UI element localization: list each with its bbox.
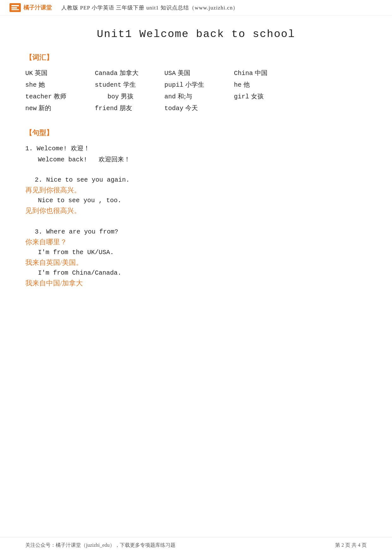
vocab-row-4: new 新的 friend 朋友 today 今天 (25, 104, 367, 112)
sentence-1: 1. Welcome! 欢迎！ Welcome back! 欢迎回来！ (25, 144, 367, 164)
svg-rect-0 (11, 5, 19, 6)
sentence-1-num: 1. Welcome! 欢迎！ (25, 144, 367, 153)
sentence-2: 2. Nice to see you again. 再见到你很高兴。 Nice … (25, 176, 367, 215)
sentence-3: 3. Where are you from? 你来自哪里？ I'm from t… (25, 228, 367, 288)
logo-container: 橘子汁课堂 (9, 3, 58, 12)
vocab-item-usa: USA 美国 (164, 69, 221, 77)
vocab-item-teacher: teacher 教师 (25, 92, 95, 101)
vocab-item-uk: UK 英国 (25, 69, 82, 77)
sentence-2-zh: 再见到你很高兴。 (25, 185, 367, 195)
sentence-3-en: 3. Where are you from? (35, 228, 367, 235)
footer-left: 关注公众号：橘子汁课堂（juzizhi_edu），下载更多专项题库练习题 (25, 542, 175, 549)
vocab-row-3: teacher 教师 boy 男孩 and 和;与 girl 女孩 (25, 92, 367, 101)
svg-rect-2 (11, 9, 19, 10)
vocab-item-today: today 今天 (164, 104, 221, 112)
vocab-section-header: 【词汇】 (25, 53, 367, 62)
sentence-3-sub-en-2: I'm from China/Canada. (38, 269, 367, 277)
sentences-section: 【句型】 1. Welcome! 欢迎！ Welcome back! 欢迎回来！… (25, 128, 367, 288)
logo-icon (11, 4, 20, 11)
logo-box (9, 3, 21, 12)
footer: 关注公众号：橘子汁课堂（juzizhi_edu），下载更多专项题库练习题 第 2… (0, 537, 392, 549)
sentence-3-zh: 你来自哪里？ (25, 237, 367, 247)
header-bar: 橘子汁课堂 人教版 PEP 小学英语 三年级下册 unit1 知识点总结（www… (0, 0, 392, 16)
vocab-item-new: new 新的 (25, 104, 82, 112)
sentence-1-sub: Welcome back! 欢迎回来！ (38, 155, 367, 164)
sentence-3-sub-en-1: I'm from the UK/USA. (38, 249, 367, 256)
vocab-item-china: China 中国 (234, 69, 291, 77)
vocab-item-canada: Canada 加拿大 (95, 69, 152, 77)
sentence-2-sub-zh: 见到你也很高兴。 (25, 206, 367, 215)
vocab-item-friend: friend 朋友 (95, 104, 152, 112)
vocab-section: 【词汇】 UK 英国 Canada 加拿大 USA 美国 China 中国 (25, 53, 367, 112)
vocab-item-student: student 学生 (95, 80, 152, 89)
footer-right: 第 2 页 共 4 页 (335, 542, 367, 549)
logo-text: 橘子汁课堂 (23, 4, 52, 11)
vocab-item-girl: girl 女孩 (234, 92, 291, 101)
main-content: Unit1 Welcome back to school 【词汇】 UK 英国 … (0, 16, 392, 332)
sentence-2-sub-en: Nice to see you , too. (38, 197, 367, 204)
vocab-item-she: she 她 (25, 80, 82, 89)
page-title: Unit1 Welcome back to school (25, 28, 367, 40)
vocab-item-and: and 和;与 (164, 92, 221, 101)
sentence-3-sub-zh-1: 我来自英国/美国。 (25, 258, 367, 267)
vocab-row-2: she 她 student 学生 pupil 小学生 he 他 (25, 80, 367, 89)
vocab-item-he: he 他 (234, 80, 291, 89)
sentence-section-header: 【句型】 (25, 128, 367, 138)
sentence-3-sub-zh-2: 我来自中国/加拿大 (25, 278, 367, 288)
svg-rect-1 (11, 7, 17, 9)
page: 橘子汁课堂 人教版 PEP 小学英语 三年级下册 unit1 知识点总结（www… (0, 0, 392, 555)
sentence-2-en: 2. Nice to see you again. (35, 176, 367, 184)
header-info: 人教版 PEP 小学英语 三年级下册 unit1 知识点总结（www.juziz… (61, 4, 238, 11)
vocab-item-boy: boy 男孩 (107, 92, 152, 101)
vocab-item-pupil: pupil 小学生 (164, 80, 221, 89)
vocab-row-1: UK 英国 Canada 加拿大 USA 美国 China 中国 (25, 69, 367, 77)
